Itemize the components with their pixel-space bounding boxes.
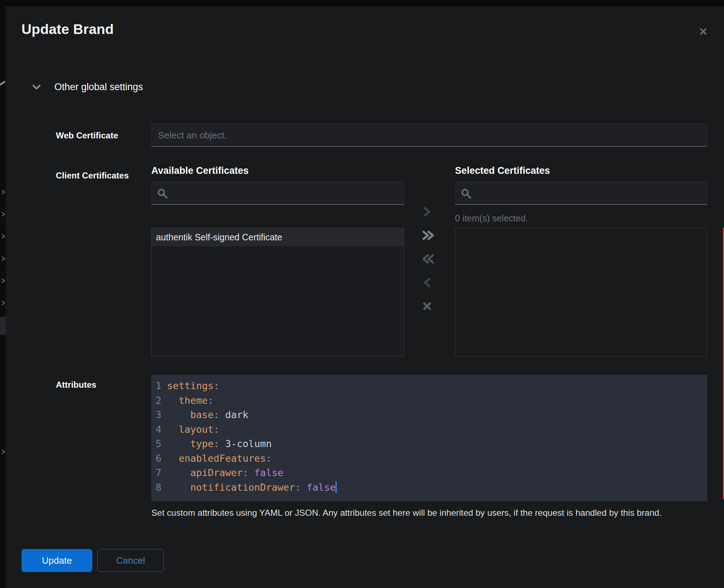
cross-icon <box>421 300 435 312</box>
code-line: 8 notificationDrawer: false <box>151 480 707 495</box>
sidebar-chevron-fragment-icon <box>1 449 6 454</box>
code-line: 5 type: 3-column <box>151 437 707 451</box>
dual-list-controls <box>418 204 438 314</box>
code-line: 1settings: <box>151 379 707 393</box>
code-line: 2 theme: <box>151 393 707 408</box>
attributes-help-text: Set custom attributes using YAML or JSON… <box>151 508 709 518</box>
code-line: 4 layout: <box>151 422 707 437</box>
selected-search-input[interactable] <box>455 182 707 205</box>
remove-all-button[interactable] <box>418 251 438 267</box>
clear-selection-button[interactable] <box>418 298 438 314</box>
sidebar-active-item-fragment <box>0 317 6 335</box>
available-certificates-list: authentik Self-signed Certificate <box>151 228 404 357</box>
add-all-button[interactable] <box>418 227 438 243</box>
close-icon: ✕ <box>699 25 708 38</box>
attributes-label: Attributes <box>56 380 96 390</box>
sidebar-chevron-fragment-icon <box>1 278 6 283</box>
code-line: 3 base: dark <box>151 408 707 422</box>
other-global-settings-toggle[interactable]: Other global settings <box>32 82 143 93</box>
sidebar-chevron-fragment-icon <box>1 212 6 217</box>
sidebar-chevron-fragment-icon <box>1 190 6 195</box>
code-line: 6 enabledFeatures: <box>151 451 707 466</box>
background-sidebar-sliver <box>0 6 6 588</box>
sidebar-chevron-fragment-icon <box>1 256 6 261</box>
angle-left-icon <box>421 277 435 288</box>
chevron-down-icon <box>32 84 41 90</box>
modal-title: Update Brand <box>21 21 114 37</box>
angle-right-icon <box>421 206 435 217</box>
add-selected-button[interactable] <box>418 204 438 220</box>
selected-certificates-list <box>455 228 707 357</box>
sidebar-chevron-fragment-icon <box>1 234 6 239</box>
section-label: Other global settings <box>54 82 143 93</box>
client-certificates-label: Client Certificates <box>56 171 129 181</box>
attributes-code-editor[interactable]: 1settings:2 theme:3 base: dark4 layout:5… <box>151 375 707 501</box>
selected-count-status: 0 item(s) selected. <box>455 213 528 224</box>
remove-selected-button[interactable] <box>418 275 438 290</box>
double-angle-left-icon <box>421 253 435 265</box>
double-angle-right-icon <box>421 230 435 241</box>
certificate-list-item[interactable]: authentik Self-signed Certificate <box>152 228 404 246</box>
available-certificates-header: Available Certificates <box>151 165 249 176</box>
sidebar-check-fragment-icon <box>0 80 6 85</box>
top-bar <box>0 0 724 6</box>
available-search-input[interactable] <box>151 182 404 205</box>
selected-search <box>455 182 707 205</box>
cancel-button[interactable]: Cancel <box>97 549 164 572</box>
web-certificate-label: Web Certificate <box>56 131 118 141</box>
update-button[interactable]: Update <box>21 549 92 572</box>
sidebar-chevron-fragment-icon <box>1 300 6 305</box>
web-certificate-select[interactable] <box>151 124 707 147</box>
text-cursor <box>336 481 337 493</box>
close-button[interactable]: ✕ <box>694 22 713 41</box>
available-search <box>151 182 404 205</box>
code-line: 7 apiDrawer: false <box>151 466 707 480</box>
selected-certificates-header: Selected Certificates <box>455 165 550 176</box>
